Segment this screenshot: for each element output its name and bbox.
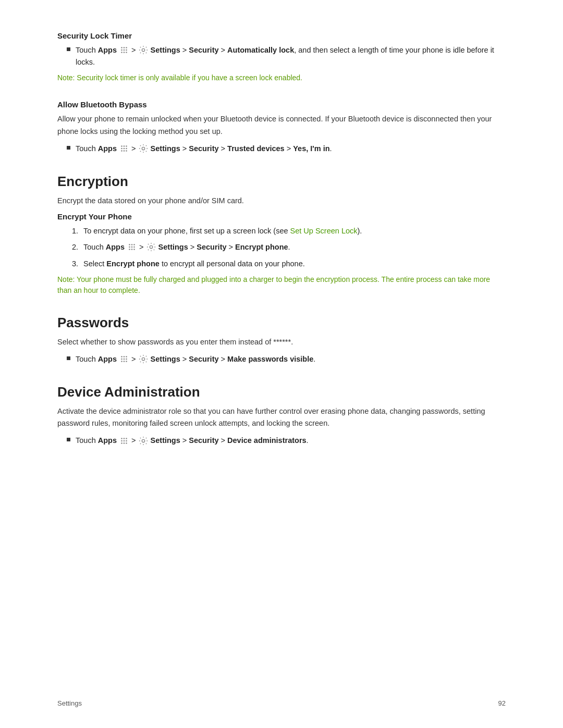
page-content: Security Lock Timer Touch Apps > <box>0 0 563 493</box>
svg-point-17 <box>124 150 125 152</box>
svg-point-4 <box>124 50 125 51</box>
svg-point-1 <box>124 47 125 48</box>
svg-point-13 <box>121 148 123 150</box>
device-admin-section: Device Administration Activate the devic… <box>57 384 506 447</box>
encrypt-step-1: 1. To encrypt data on your phone, first … <box>72 225 506 237</box>
svg-point-39 <box>142 357 144 360</box>
svg-point-23 <box>129 246 130 248</box>
device-admin-bullet: Touch Apps > Settings > Se <box>67 435 506 447</box>
svg-point-18 <box>126 150 127 152</box>
security-lock-timer-heading: Security Lock Timer <box>57 31 506 40</box>
svg-point-16 <box>121 150 123 152</box>
svg-point-43 <box>121 440 123 441</box>
svg-point-36 <box>121 361 123 362</box>
page-footer: Settings 92 <box>57 699 506 707</box>
svg-point-9 <box>142 48 144 51</box>
svg-point-5 <box>126 50 127 51</box>
encryption-heading: Encryption <box>57 174 506 190</box>
bullet-icon <box>67 146 70 150</box>
svg-point-15 <box>126 148 127 150</box>
svg-point-45 <box>126 440 127 441</box>
svg-point-3 <box>121 50 123 51</box>
setup-screen-lock-link[interactable]: Set Up Screen Lock <box>290 227 358 235</box>
svg-point-20 <box>129 244 130 246</box>
security-lock-timer-bullet: Touch Apps > Settings > Se <box>67 44 506 68</box>
svg-point-8 <box>126 52 127 53</box>
svg-point-40 <box>121 438 123 439</box>
device-admin-text: Touch Apps > Settings > Se <box>76 435 309 447</box>
svg-point-7 <box>124 52 125 53</box>
encryption-body: Encrypt the data stored on your phone an… <box>57 195 506 207</box>
svg-point-47 <box>124 442 125 444</box>
svg-point-46 <box>121 442 123 444</box>
bluetooth-bypass-section: Allow Bluetooth Bypass Allow your phone … <box>57 100 506 155</box>
apps-icon <box>119 436 129 446</box>
svg-point-30 <box>121 356 123 357</box>
passwords-section: Passwords Select whether to show passwor… <box>57 315 506 365</box>
security-lock-timer-section: Security Lock Timer Touch Apps > <box>57 31 506 83</box>
svg-point-33 <box>121 359 123 360</box>
svg-point-48 <box>126 442 127 444</box>
bullet-icon <box>67 438 70 441</box>
svg-point-6 <box>121 52 123 53</box>
svg-point-38 <box>126 361 127 362</box>
svg-point-21 <box>131 244 133 246</box>
svg-point-19 <box>142 147 144 150</box>
settings-icon <box>139 45 148 55</box>
bluetooth-bypass-body: Allow your phone to remain unlocked when… <box>57 113 506 137</box>
apps-icon <box>119 354 129 364</box>
bullet-icon <box>67 356 70 360</box>
footer-label: Settings <box>57 699 82 707</box>
encryption-note: Note: Your phone must be fully charged a… <box>57 274 506 296</box>
footer-page: 92 <box>498 699 506 707</box>
passwords-heading: Passwords <box>57 315 506 331</box>
svg-point-31 <box>124 356 125 357</box>
settings-icon <box>139 354 148 364</box>
bluetooth-bypass-heading: Allow Bluetooth Bypass <box>57 100 506 109</box>
apps-icon <box>127 242 137 252</box>
encrypt-phone-steps: 1. To encrypt data on your phone, first … <box>72 225 506 270</box>
svg-point-22 <box>133 244 135 246</box>
svg-point-10 <box>121 145 123 147</box>
device-admin-heading: Device Administration <box>57 384 506 400</box>
encryption-section: Encryption Encrypt the data stored on yo… <box>57 174 506 296</box>
security-lock-timer-note: Note: Security lock timer is only availa… <box>57 72 506 83</box>
svg-point-27 <box>131 249 133 251</box>
passwords-text: Touch Apps > Settings > Se <box>76 353 315 365</box>
settings-icon <box>139 144 148 153</box>
svg-point-35 <box>126 359 127 360</box>
svg-point-11 <box>124 145 125 147</box>
apps-icon <box>119 45 129 55</box>
svg-point-12 <box>126 145 127 147</box>
bluetooth-bypass-text: Touch Apps > Settings > Se <box>76 143 332 155</box>
svg-point-49 <box>142 439 144 442</box>
settings-icon <box>146 242 156 252</box>
svg-point-25 <box>133 246 135 248</box>
svg-point-24 <box>131 246 133 248</box>
svg-point-14 <box>124 148 125 150</box>
apps-icon <box>119 144 129 153</box>
passwords-body: Select whether to show passwords as you … <box>57 336 506 348</box>
svg-point-28 <box>133 249 135 251</box>
svg-point-29 <box>150 246 152 249</box>
bluetooth-bypass-bullet: Touch Apps > Settings > Se <box>67 143 506 155</box>
bullet-icon <box>67 47 70 51</box>
svg-point-32 <box>126 356 127 357</box>
device-admin-body: Activate the device administrator role s… <box>57 405 506 429</box>
svg-point-0 <box>121 47 123 48</box>
security-lock-timer-text: Touch Apps > Settings > Se <box>76 44 506 68</box>
passwords-bullet: Touch Apps > Settings > Se <box>67 353 506 365</box>
svg-point-26 <box>129 249 130 251</box>
svg-point-37 <box>124 361 125 362</box>
settings-icon <box>139 436 148 446</box>
encrypt-phone-heading: Encrypt Your Phone <box>57 212 506 221</box>
svg-point-41 <box>124 438 125 439</box>
svg-point-44 <box>124 440 125 441</box>
svg-point-2 <box>126 47 127 48</box>
encrypt-step-2: 2. Touch Apps > <box>72 241 506 253</box>
encrypt-step-3: 3. Select Encrypt phone to encrypt all p… <box>72 258 506 270</box>
svg-point-34 <box>124 359 125 360</box>
svg-point-42 <box>126 438 127 439</box>
